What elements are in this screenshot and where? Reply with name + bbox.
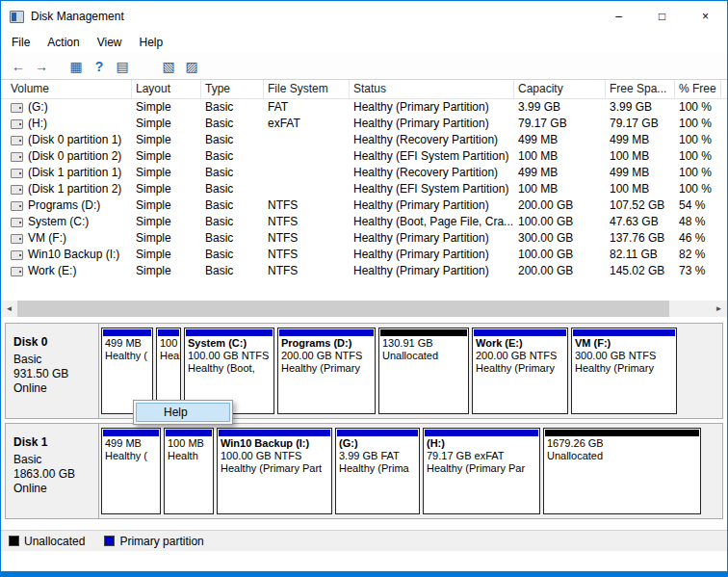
volume-row[interactable]: VM (F:) Simple Basic NTFS Healthy (Prima… bbox=[1, 230, 727, 247]
maximize-button[interactable]: □ bbox=[640, 1, 684, 31]
disk-1-partitions: 499 MB Healthy ( 100 MB Health bbox=[99, 424, 722, 518]
legend-item: Unallocated bbox=[9, 535, 85, 548]
window-bottom-border bbox=[1, 571, 727, 576]
volume-row[interactable]: Work (E:) Simple Basic NTFS Healthy (Pri… bbox=[1, 263, 727, 279]
partition-size: 1679.26 GB bbox=[547, 437, 697, 450]
volume-pct-free: 100 % bbox=[675, 99, 721, 116]
partition[interactable]: 100 MB Health bbox=[164, 428, 214, 514]
volume-row[interactable]: (Disk 0 partition 2) Simple Basic Health… bbox=[1, 148, 727, 165]
partition[interactable]: Programs (D:) 200.00 GB NTFS Healthy (Pr… bbox=[277, 328, 376, 414]
volume-pct-free: 82 % bbox=[675, 247, 721, 263]
menu-help[interactable]: Help bbox=[131, 32, 172, 53]
volume-row[interactable]: Win10 Backup (I:) Simple Basic NTFS Heal… bbox=[1, 247, 727, 263]
action-pane-icon[interactable]: ▧ bbox=[157, 55, 180, 78]
volume-row[interactable]: (Disk 0 partition 1) Simple Basic Health… bbox=[1, 132, 727, 148]
volume-file-system: NTFS bbox=[264, 263, 350, 279]
menu-view[interactable]: View bbox=[89, 32, 131, 53]
partition[interactable]: (G:) 3.99 GB FAT Healthy (Prima bbox=[335, 428, 420, 514]
disk-size: 1863.00 GB bbox=[13, 467, 98, 482]
partition[interactable]: 499 MB Healthy ( bbox=[101, 428, 161, 514]
volume-type: Basic bbox=[201, 247, 264, 263]
context-menu-item-help[interactable]: Help bbox=[136, 403, 230, 422]
partition-title: (G:) bbox=[339, 437, 416, 450]
show-console-tree-icon[interactable]: ▦ bbox=[65, 55, 88, 78]
back-icon[interactable]: ← bbox=[7, 55, 30, 78]
volume-name: Win10 Backup (I:) bbox=[28, 247, 119, 263]
volume-file-system bbox=[264, 165, 350, 181]
disk-type: Basic bbox=[13, 353, 98, 367]
partition-status: Health bbox=[168, 450, 210, 462]
help-icon[interactable]: ? bbox=[88, 55, 111, 78]
column-header-layout[interactable]: Layout bbox=[132, 80, 201, 98]
close-button[interactable]: × bbox=[684, 1, 727, 31]
volume-row[interactable]: (Disk 1 partition 1) Simple Basic Health… bbox=[1, 165, 727, 181]
partition-color-strip bbox=[425, 430, 538, 436]
column-header-free-space[interactable]: Free Spa... bbox=[606, 80, 675, 98]
partition-status: Healthy (Primary Par bbox=[427, 462, 536, 475]
volume-row[interactable]: Programs (D:) Simple Basic NTFS Healthy … bbox=[1, 197, 727, 214]
volume-layout: Simple bbox=[132, 148, 201, 165]
partition[interactable]: (H:) 79.17 GB exFAT Healthy (Primary Par bbox=[423, 428, 540, 514]
partition-title: Work (E:) bbox=[476, 337, 564, 350]
volume-pct-free: 48 % bbox=[675, 214, 721, 230]
column-header-type[interactable]: Type bbox=[201, 80, 264, 98]
column-header-capacity[interactable]: Capacity bbox=[514, 80, 606, 98]
scrollbar-thumb[interactable] bbox=[17, 301, 669, 317]
volume-file-system bbox=[264, 181, 350, 197]
partition[interactable]: 1679.26 GB Unallocated bbox=[543, 428, 701, 514]
scroll-left-icon[interactable]: ◄ bbox=[1, 301, 17, 317]
disk-1-header[interactable]: Disk 1 Basic 1863.00 GB Online bbox=[6, 424, 99, 518]
menu-action[interactable]: Action bbox=[39, 32, 88, 53]
partition-status: Unallocated bbox=[547, 450, 697, 462]
minimize-button[interactable]: – bbox=[597, 1, 640, 31]
volume-icon bbox=[11, 103, 23, 113]
menu-file[interactable]: File bbox=[3, 32, 39, 53]
context-menu: Help bbox=[133, 400, 233, 425]
volume-free-space: 137.76 GB bbox=[606, 230, 675, 247]
column-header-status[interactable]: Status bbox=[350, 80, 514, 98]
disk-0-header[interactable]: Disk 0 Basic 931.50 GB Online bbox=[6, 324, 99, 418]
volume-type: Basic bbox=[201, 181, 264, 197]
partition-color-strip bbox=[279, 329, 374, 336]
volume-row[interactable]: System (C:) Simple Basic NTFS Healthy (B… bbox=[1, 214, 727, 230]
volume-free-space: 47.63 GB bbox=[606, 214, 675, 230]
column-header-file-system[interactable]: File System bbox=[264, 80, 350, 98]
volume-icon bbox=[11, 152, 23, 162]
partition-status: Healthy (Boot, bbox=[188, 362, 271, 375]
volume-free-space: 82.11 GB bbox=[606, 247, 675, 263]
partition-size: 100 MB bbox=[160, 337, 177, 350]
volume-name: (H:) bbox=[28, 116, 47, 132]
partition-size: 200.00 GB NTFS bbox=[281, 350, 372, 362]
scroll-right-icon[interactable]: ► bbox=[711, 301, 727, 317]
volume-row[interactable]: (G:) Simple Basic FAT Healthy (Primary P… bbox=[1, 99, 727, 116]
partition[interactable]: VM (F:) 300.00 GB NTFS Healthy (Primary bbox=[571, 328, 677, 414]
legend-label: Primary partition bbox=[119, 535, 203, 548]
volume-capacity: 200.00 GB bbox=[514, 197, 606, 214]
partition[interactable]: Work (E:) 200.00 GB NTFS Healthy (Primar… bbox=[472, 328, 568, 414]
volume-row[interactable]: (Disk 1 partition 2) Simple Basic Health… bbox=[1, 181, 727, 197]
volume-pct-free: 100 % bbox=[675, 132, 721, 148]
volume-row[interactable]: (H:) Simple Basic exFAT Healthy (Primary… bbox=[1, 116, 727, 132]
partition[interactable]: 130.91 GB Unallocated bbox=[378, 328, 469, 414]
window-title: Disk Management bbox=[31, 10, 124, 23]
volume-layout: Simple bbox=[132, 247, 201, 263]
properties-icon[interactable]: ▨ bbox=[180, 55, 203, 78]
column-header-pct-free[interactable]: % Free bbox=[675, 80, 721, 98]
scrollbar-track[interactable] bbox=[17, 301, 711, 317]
detail-view-icon[interactable]: ▤ bbox=[111, 55, 134, 78]
partition[interactable]: Win10 Backup (I:) 100.00 GB NTFS Healthy… bbox=[217, 428, 332, 514]
partition-size: 200.00 GB NTFS bbox=[476, 350, 564, 362]
partition-size: 100 MB bbox=[168, 437, 210, 450]
volume-name: (G:) bbox=[28, 99, 48, 116]
partition-color-strip bbox=[573, 329, 675, 336]
volume-status: Healthy (Primary Partition) bbox=[350, 230, 514, 247]
forward-icon[interactable]: → bbox=[30, 55, 53, 78]
disk-management-window: Disk Management – □ × File Action View H… bbox=[0, 0, 728, 577]
volume-file-system: NTFS bbox=[264, 247, 350, 263]
volume-name: System (C:) bbox=[28, 214, 89, 230]
menubar: File Action View Help bbox=[1, 32, 727, 53]
partition-color-strip bbox=[103, 329, 151, 336]
column-header-volume[interactable]: Volume bbox=[7, 80, 132, 98]
horizontal-scrollbar[interactable]: ◄ ► bbox=[1, 301, 727, 317]
volume-free-space: 499 MB bbox=[606, 132, 675, 148]
